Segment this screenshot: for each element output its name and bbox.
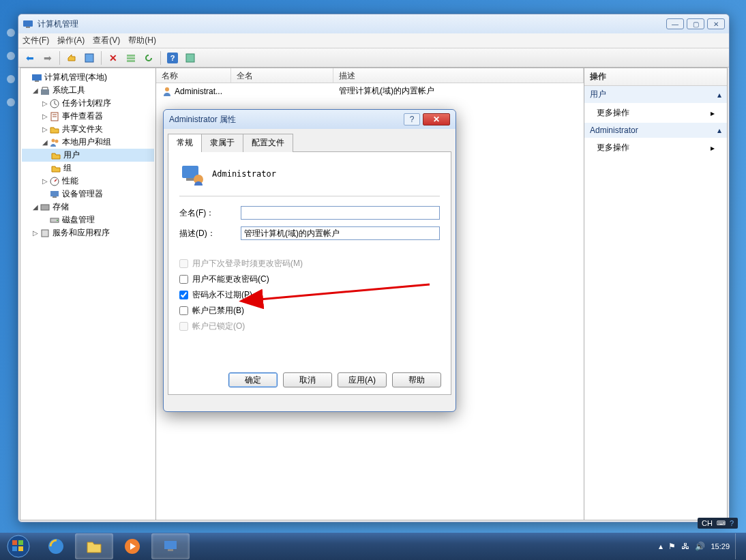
show-desktop-button[interactable] [735,533,741,559]
user-icon [162,86,173,97]
collapse-icon: ▴ [717,90,721,100]
dialog-help-button[interactable]: ? [404,113,420,126]
language-indicator[interactable]: CH ⌨ ? [698,518,738,529]
list-header: 名称 全名 描述 [156,68,584,83]
tray-up-icon[interactable]: ▴ [659,542,663,551]
tray-network-icon[interactable]: 🖧 [681,542,689,551]
chevron-right-icon: ▸ [711,143,715,153]
delete-button[interactable]: ✕ [106,50,121,65]
input-description[interactable] [241,226,440,240]
help-button[interactable]: ? [165,50,180,65]
menu-help[interactable]: 帮助(H) [128,35,156,46]
tree-shared-folders[interactable]: ▷ 共享文件夹 [22,123,154,136]
svg-point-25 [165,87,169,91]
svg-rect-11 [41,89,49,95]
app-icon [23,18,33,29]
actions-more-admin[interactable]: 更多操作▸ [584,138,727,158]
checkbox-password-never-expires[interactable]: 密码永不过期(P) [179,289,440,301]
menubar: 文件(F) 操作(A) 查看(V) 帮助(H) [18,33,729,48]
list-row-administrator[interactable]: Administrat... 管理计算机(域)的内置帐户 [156,83,584,99]
actions-header: 操作 [584,68,727,86]
tree-storage[interactable]: ◢ 存储 [22,201,154,213]
checkbox-account-disabled[interactable]: 帐户已禁用(B) [179,305,440,316]
taskbar: ▴ ⚑ 🖧 🔊 15:29 [0,533,746,560]
tree-users[interactable]: 用户 [22,149,154,162]
tree-device-manager[interactable]: 设备管理器 [22,188,154,201]
label-fullname: 全名(F)： [179,207,241,219]
apply-button[interactable]: 应用(A) [338,372,387,387]
tree-event-viewer[interactable]: ▷ 事件查看器 [22,110,154,123]
svg-rect-3 [127,55,135,57]
actions-section-admin[interactable]: Administrator▴ [584,123,727,138]
tree-local-users-groups[interactable]: ◢ 本地用户和组 [22,136,154,149]
col-desc[interactable]: 描述 [333,68,584,83]
administrator-properties-dialog: Administrator 属性 ? ✕ 常规 隶属于 配置文件 Adminis… [163,109,456,412]
maximize-button[interactable]: ▢ [687,18,704,29]
svg-text:?: ? [170,54,175,62]
tree-root[interactable]: 计算机管理(本地) [22,71,154,84]
svg-rect-27 [186,178,194,181]
taskbar-explorer[interactable] [75,533,113,559]
tree-system-tools[interactable]: ◢ 系统工具 [22,84,154,97]
svg-rect-5 [127,60,135,62]
checkbox-must-change-password: 用户下次登录时须更改密码(M) [179,258,440,269]
taskbar-computer-management[interactable] [151,533,190,559]
taskbar-ie[interactable] [37,533,75,559]
svg-rect-32 [18,540,23,545]
tree-task-scheduler[interactable]: ▷ 任务计划程序 [22,97,154,110]
titlebar[interactable]: 计算机管理 — ▢ ✕ [18,14,729,33]
dialog-close-button[interactable]: ✕ [423,113,450,126]
label-description: 描述(D)： [179,228,241,239]
minimize-button[interactable]: — [666,18,684,29]
tab-profile[interactable]: 配置文件 [243,134,293,152]
desktop-left-edge [7,14,16,529]
menu-file[interactable]: 文件(F) [23,35,49,46]
svg-rect-34 [18,546,23,551]
toolbar: ⬅ ➡ ✕ ? [18,48,729,68]
tree-groups[interactable]: 组 [22,162,154,175]
options-button[interactable] [123,50,138,65]
input-fullname[interactable] [241,206,440,220]
tree-panel[interactable]: 计算机管理(本地) ◢ 系统工具 ▷ 任务计划程序 ▷ [20,68,156,520]
taskbar-media-player[interactable] [113,533,151,559]
tray-volume-icon[interactable]: 🔊 [695,542,705,551]
actions-section-users[interactable]: 用户▴ [584,86,727,103]
svg-point-16 [52,138,55,142]
tray-flag-icon[interactable]: ⚑ [668,542,676,551]
actions-more-users[interactable]: 更多操作▸ [584,103,727,123]
svg-rect-31 [12,540,17,545]
tree-performance[interactable]: ▷ 性能 [22,175,154,188]
back-button[interactable]: ⬅ [23,50,38,65]
start-button[interactable] [0,533,37,560]
col-name[interactable]: 名称 [156,68,231,83]
up-button[interactable] [64,50,79,65]
checkbox-account-locked: 帐户已锁定(O) [179,321,440,332]
dialog-username: Administrator [212,169,276,179]
ok-button[interactable]: 确定 [228,372,278,387]
tab-content-general: Administrator 全名(F)： 描述(D)： 用户下次登录时须更改密码… [168,152,451,395]
tree-disk-management[interactable]: 磁盘管理 [22,213,154,226]
menu-action[interactable]: 操作(A) [57,35,85,46]
svg-rect-19 [50,191,59,196]
tree-services-apps[interactable]: ▷ 服务和应用程序 [22,226,154,239]
svg-rect-33 [12,546,17,551]
help-button[interactable]: 帮助 [392,372,441,387]
tab-general[interactable]: 常规 [168,134,202,152]
forward-button[interactable]: ➡ [40,50,55,65]
user-avatar-icon [179,162,204,186]
close-button[interactable]: ✕ [707,18,725,29]
properties-button[interactable] [82,50,97,65]
tab-memberof[interactable]: 隶属于 [201,134,243,152]
cancel-button[interactable]: 取消 [283,372,332,387]
dialog-titlebar[interactable]: Administrator 属性 ? ✕ [164,110,456,129]
extra-button[interactable] [183,50,198,65]
checkbox-cannot-change-password[interactable]: 用户不能更改密码(C) [179,274,440,285]
svg-rect-4 [127,57,135,59]
svg-rect-21 [41,205,49,210]
tray-clock[interactable]: 15:29 [711,542,730,550]
collapse-icon: ▴ [717,126,721,135]
system-tray: ▴ ⚑ 🖧 🔊 15:29 [659,533,746,559]
col-fullname[interactable]: 全名 [231,68,333,83]
refresh-button[interactable] [141,50,156,65]
menu-view[interactable]: 查看(V) [93,35,120,46]
